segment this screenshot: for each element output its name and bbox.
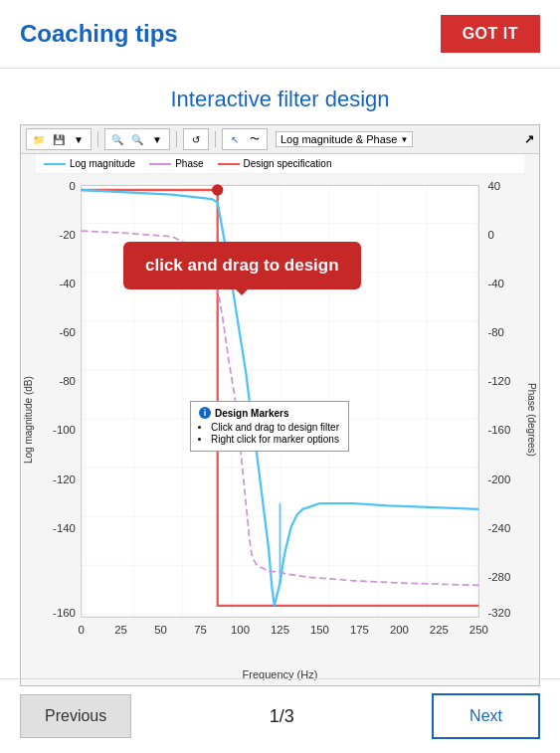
toolbar-separator <box>97 131 98 147</box>
dropdown-label: Log magnitude & Phase <box>280 133 397 145</box>
toolbar-separator2 <box>176 131 177 147</box>
toolbar-zoom-group: 🔍 🔍 ▼ <box>104 128 170 150</box>
svg-text:225: 225 <box>430 624 449 636</box>
design-markers-tooltip: i Design Markers Click and drag to desig… <box>190 401 349 452</box>
svg-text:0: 0 <box>487 229 493 241</box>
page-title: Coaching tips <box>20 20 178 48</box>
svg-text:150: 150 <box>310 624 329 636</box>
legend-design-spec: Design specification <box>218 158 332 169</box>
next-button[interactable]: Next <box>432 693 540 739</box>
zoom-in-icon[interactable]: 🔍 <box>108 130 126 148</box>
pointer-icon[interactable]: ↖ <box>226 130 244 148</box>
svg-text:-80: -80 <box>59 375 76 387</box>
svg-text:-100: -100 <box>53 424 76 436</box>
svg-text:50: 50 <box>154 624 167 636</box>
svg-text:-280: -280 <box>487 571 510 583</box>
svg-text:-40: -40 <box>59 278 76 289</box>
svg-text:-40: -40 <box>487 278 504 289</box>
svg-text:-60: -60 <box>59 326 76 338</box>
page-indicator: 1/3 <box>270 706 294 727</box>
svg-text:40: 40 <box>487 180 500 192</box>
legend-log-label: Log magnitude <box>70 158 135 169</box>
svg-text:0: 0 <box>70 180 76 192</box>
legend-line-phase <box>149 163 171 165</box>
svg-text:175: 175 <box>350 624 369 636</box>
legend-log-magnitude: Log magnitude <box>44 158 135 169</box>
tooltip-list: Click and drag to design filter Right cl… <box>199 422 340 445</box>
svg-text:-200: -200 <box>487 473 510 485</box>
legend-phase: Phase <box>149 158 203 169</box>
toolbar-file-group: 📁 💾 ▼ <box>26 128 92 150</box>
svg-text:100: 100 <box>231 624 250 636</box>
toolbar-refresh-group: ↺ <box>183 128 209 150</box>
tooltip-item-2: Right click for marker options <box>211 434 340 445</box>
zoom-out-icon[interactable]: 🔍 <box>128 130 146 148</box>
info-icon: i <box>199 407 211 419</box>
y-left-axis-label: Log magnitude (dB) <box>21 154 36 685</box>
dropdown-arrow-icon: ▼ <box>400 135 408 144</box>
header: Coaching tips GOT IT <box>0 0 560 69</box>
chart-type-dropdown[interactable]: Log magnitude & Phase ▼ <box>276 131 413 147</box>
plot-indicator: ↗ <box>524 132 534 146</box>
svg-text:200: 200 <box>390 624 409 636</box>
tooltip-title-text: Design Markers <box>215 408 288 419</box>
svg-text:-320: -320 <box>487 607 510 619</box>
footer: Previous 1/3 Next <box>0 678 560 753</box>
svg-text:-160: -160 <box>487 424 510 436</box>
toolbar: 📁 💾 ▼ 🔍 🔍 ▼ ↺ ↖ 〜 Log magnitude & Phase … <box>21 125 539 154</box>
svg-text:-240: -240 <box>487 522 510 534</box>
svg-text:125: 125 <box>271 624 289 636</box>
tooltip-item-1: Click and drag to design filter <box>211 422 340 433</box>
wave-icon[interactable]: 〜 <box>246 130 264 148</box>
previous-button[interactable]: Previous <box>20 694 131 738</box>
callout-bubble: click and drag to design <box>123 242 361 289</box>
svg-text:250: 250 <box>469 624 488 636</box>
arrow-icon[interactable]: ▼ <box>70 130 88 148</box>
toolbar-pointer-group: ↖ 〜 <box>222 128 268 150</box>
svg-text:-80: -80 <box>487 326 504 338</box>
svg-text:-20: -20 <box>59 229 76 241</box>
y-right-axis-label: Phase (degrees) <box>524 154 539 685</box>
filter-design-area: 📁 💾 ▼ 🔍 🔍 ▼ ↺ ↖ 〜 Log magnitude & Phase … <box>20 124 540 686</box>
legend-line-spec <box>218 163 240 165</box>
tooltip-title: i Design Markers <box>199 407 340 419</box>
toolbar-separator3 <box>215 131 216 147</box>
svg-text:-120: -120 <box>487 375 510 387</box>
got-it-button[interactable]: GOT IT <box>441 15 540 53</box>
svg-text:-120: -120 <box>53 473 76 485</box>
legend-line-log <box>44 163 66 165</box>
legend-phase-label: Phase <box>175 158 203 169</box>
refresh-icon[interactable]: ↺ <box>187 130 205 148</box>
svg-point-32 <box>212 184 223 195</box>
chart-with-axes: Log magnitude (dB) Log magnitude Phase D… <box>21 154 539 685</box>
chart-inner: Log magnitude Phase Design specification <box>36 154 524 685</box>
svg-text:-160: -160 <box>53 607 76 619</box>
section-title: Interactive filter design <box>0 87 560 112</box>
svg-text:-140: -140 <box>53 522 76 534</box>
svg-text:75: 75 <box>194 624 207 636</box>
arrow-icon2[interactable]: ▼ <box>148 130 166 148</box>
svg-text:25: 25 <box>114 624 127 636</box>
svg-text:0: 0 <box>79 624 85 636</box>
folder-icon[interactable]: 📁 <box>30 130 48 148</box>
chart-legend: Log magnitude Phase Design specification <box>36 154 524 174</box>
save-icon[interactable]: 💾 <box>50 130 68 148</box>
chart-svg-container[interactable]: 0 -20 -40 -60 -80 -100 -120 -140 -160 40… <box>36 174 524 666</box>
legend-spec-label: Design specification <box>244 158 332 169</box>
